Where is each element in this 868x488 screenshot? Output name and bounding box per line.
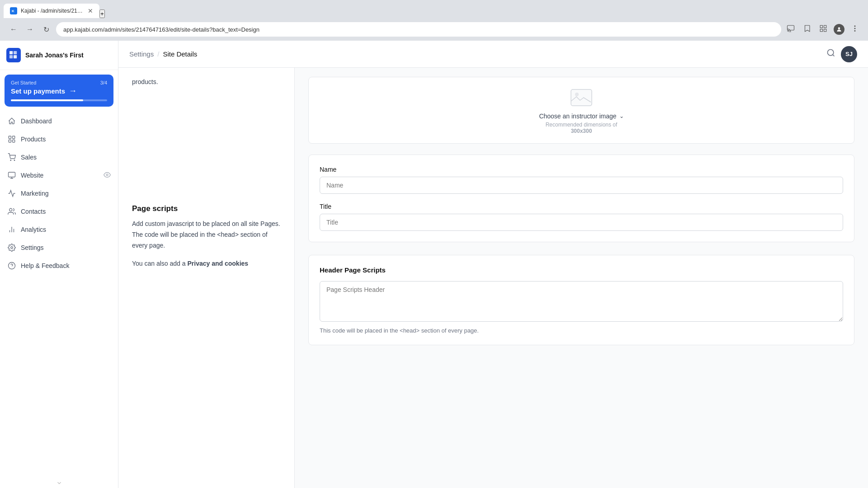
svg-rect-11 [9,51,13,54]
breadcrumb: Settings / Site Details [129,50,197,58]
header-scripts-textarea[interactable] [320,281,843,322]
setup-arrow-icon: → [69,86,77,96]
svg-point-23 [9,208,12,211]
sidebar-item-dashboard[interactable]: Dashboard [0,112,118,130]
image-placeholder [568,86,595,109]
title-input[interactable] [320,214,843,231]
app-layout: Sarah Jonas's First Get Started 3/4 Set … [0,41,868,488]
svg-text:K: K [12,9,14,13]
favicon: K [10,7,17,14]
breadcrumb-settings[interactable]: Settings [129,50,154,58]
svg-rect-13 [9,55,13,58]
choose-instructor-image-button[interactable]: Choose an instructor image ⌄ [539,113,623,120]
svg-point-19 [10,160,11,161]
svg-rect-4 [824,25,826,28]
sidebar-item-marketing-label: Marketing [21,190,111,197]
sidebar-item-sales[interactable]: Sales [0,148,118,166]
main-content: Settings / Site Details SJ products. Pag… [118,41,868,488]
sidebar-item-analytics-label: Analytics [21,226,111,233]
sidebar-header: Sarah Jonas's First [0,41,118,70]
setup-progress-fill [11,99,83,101]
svg-point-9 [854,28,855,29]
menu-button[interactable] [849,23,861,36]
active-tab[interactable]: K Kajabi - /admin/sites/214764716... ✕ [4,4,99,18]
new-tab-button[interactable]: + [99,9,105,18]
sidebar-item-help-label: Help & Feedback [21,262,111,269]
svg-rect-17 [9,140,11,142]
title-field-group: Title [320,203,843,231]
page-scripts-desc-1: Add custom javascript to be placed on al… [132,219,281,251]
name-field-label: Name [320,166,843,173]
sidebar-item-dashboard-label: Dashboard [21,117,111,125]
svg-rect-18 [13,140,15,142]
analytics-icon [7,225,16,234]
setup-title: Set up payments → [11,86,107,96]
cast-button[interactable] [785,23,797,36]
contacts-icon [7,207,16,216]
content-area: products. Page scripts Add custom javasc… [118,68,868,488]
website-eye-icon [104,171,111,180]
privacy-link[interactable]: Privacy and cookies [187,260,248,267]
svg-point-20 [14,160,15,161]
sidebar-item-contacts[interactable]: Contacts [0,202,118,221]
svg-point-30 [828,50,834,56]
sidebar-item-contacts-label: Contacts [21,208,111,215]
name-field-group: Name [320,166,843,194]
incognito-avatar[interactable] [834,24,844,35]
topbar-right: SJ [826,46,857,62]
setup-card[interactable]: Get Started 3/4 Set up payments → [5,75,113,107]
svg-rect-32 [571,89,592,106]
forward-button[interactable]: → [24,23,36,36]
setup-label: Get Started 3/4 [11,80,107,85]
page-scripts-heading: Page scripts [132,204,281,213]
svg-rect-5 [820,29,822,32]
sidebar-item-settings-label: Settings [21,244,111,251]
svg-rect-14 [14,55,17,58]
close-tab-button[interactable]: ✕ [88,7,93,14]
app-name: Sarah Jonas's First [25,52,84,59]
svg-point-10 [854,31,855,32]
name-title-form: Name Title [308,155,854,242]
name-input[interactable] [320,177,843,194]
header-scripts-section: Header Page Scripts This code will be pl… [308,255,854,345]
svg-point-28 [9,263,15,269]
reload-button[interactable]: ↻ [40,23,52,36]
sidebar-item-analytics[interactable]: Analytics [0,221,118,239]
svg-point-22 [106,174,108,176]
app-logo [6,48,21,62]
svg-rect-2 [788,25,794,30]
name-title-spacer [132,105,281,204]
page-scripts-desc-2: You can also add a Privacy and cookies [132,258,281,269]
sidebar-item-website[interactable]: Website [0,166,118,184]
bookmark-button[interactable] [801,23,813,36]
sidebar-item-products-label: Products [21,136,111,143]
svg-rect-16 [13,136,15,138]
help-icon [7,261,16,270]
address-input[interactable] [56,22,781,37]
image-dimensions: Recommended dimensions of 300x300 [546,122,618,134]
sales-icon [7,153,16,162]
user-avatar[interactable]: SJ [841,46,857,62]
address-bar-row: ← → ↻ [0,18,868,41]
marketing-icon [7,189,16,198]
svg-rect-3 [820,25,822,28]
title-field-label: Title [320,203,843,210]
sidebar-item-settings[interactable]: Settings [0,239,118,257]
sidebar-item-marketing[interactable]: Marketing [0,184,118,202]
extensions-button[interactable] [817,23,829,36]
breadcrumb-current: Site Details [163,50,197,58]
svg-point-7 [838,27,840,29]
home-icon [7,117,16,126]
sidebar-scroll-indicator [0,478,118,488]
sidebar-item-help[interactable]: Help & Feedback [0,257,118,275]
svg-rect-21 [9,172,15,177]
right-panel: Choose an instructor image ⌄ Recommended… [295,68,868,488]
sidebar-item-products[interactable]: Products [0,130,118,148]
header-scripts-note: This code will be placed in the <head> s… [320,327,843,334]
settings-icon [7,243,16,252]
back-button[interactable]: ← [7,23,20,36]
header-scripts-label: Header Page Scripts [320,266,843,274]
products-icon [7,135,16,144]
search-button[interactable] [826,48,835,60]
svg-point-33 [575,93,579,96]
